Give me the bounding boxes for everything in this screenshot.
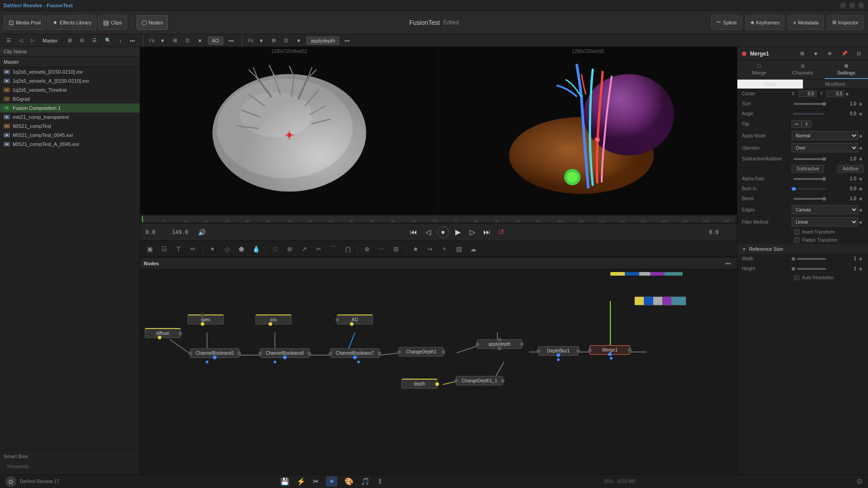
subadditive-slider[interactable]: [793, 158, 824, 160]
node-merge1[interactable]: Merge1: [590, 345, 630, 355]
fit2-options[interactable]: ▼: [256, 37, 266, 44]
node-applydepth[interactable]: applydepth: [477, 339, 522, 349]
view-list-2[interactable]: ☰: [90, 37, 99, 44]
nodes-more[interactable]: •••: [722, 260, 733, 267]
node-depthblur1[interactable]: DepthBlur1: [538, 346, 579, 356]
flip-v-button[interactable]: ⇕: [802, 120, 811, 128]
media-pool-button[interactable]: ⊡ Media Pool: [4, 15, 46, 30]
size-animate[interactable]: ◈: [858, 100, 863, 107]
view-opts-1[interactable]: ⊞: [170, 37, 180, 44]
goto-end-button[interactable]: ⏭: [481, 227, 492, 238]
edit-bottom-icon[interactable]: ✂: [313, 477, 319, 486]
edges-animate[interactable]: ◈: [858, 206, 863, 213]
node-spec[interactable]: spec: [188, 314, 224, 324]
fusion-bottom-icon[interactable]: ✦: [326, 476, 337, 487]
goto-start-button[interactable]: ⏮: [408, 227, 419, 238]
additive-button[interactable]: Additive: [837, 165, 863, 173]
curve-tool[interactable]: ⌒: [327, 243, 339, 255]
more-options-left[interactable]: •••: [127, 37, 138, 44]
node-ao[interactable]: AO: [337, 314, 373, 324]
viewer2-opts-1[interactable]: ⊞: [269, 37, 278, 44]
node-sss[interactable]: sss: [255, 314, 292, 324]
keyframes-button[interactable]: ◈ Keyframes: [745, 15, 785, 30]
filter-method-animate[interactable]: ◈: [858, 219, 863, 225]
view-list-1[interactable]: ⊞: [65, 37, 75, 44]
clips-button[interactable]: ▤ Clips: [98, 15, 127, 30]
burn-in-slider[interactable]: [798, 188, 826, 190]
reference-size-header[interactable]: ▼ Reference Size: [737, 244, 868, 254]
viewer2-more[interactable]: •••: [342, 37, 353, 44]
star-tool[interactable]: ★: [410, 243, 421, 255]
cloud-tool[interactable]: ☁: [467, 243, 479, 255]
list-item[interactable]: □ BGgrad: [0, 94, 140, 103]
nodes-canvas[interactable]: diffuse spec sss AO: [140, 269, 737, 392]
list-item[interactable]: ▶ mis21_comp_transparent: [0, 113, 140, 122]
node-channelbooleans7[interactable]: ChannelBooleans7: [330, 348, 380, 358]
pen-tool[interactable]: ✏: [187, 243, 199, 255]
filter-method-select[interactable]: Linear Nearest Bicubic: [792, 217, 858, 226]
list-item[interactable]: ▶ MIS21_compTest_0045.exr: [0, 131, 140, 140]
mask-tool[interactable]: ▣: [144, 243, 156, 255]
inspector-copy-btn[interactable]: ⊡: [854, 50, 863, 57]
viewer-more[interactable]: •••: [226, 37, 237, 44]
move-tool[interactable]: ⊕: [284, 243, 296, 255]
particle-tool[interactable]: ⋯: [376, 243, 387, 255]
paint-tool[interactable]: ☷: [158, 243, 170, 255]
effects-bottom-icon[interactable]: ⚡: [297, 477, 306, 486]
audio-bottom-icon[interactable]: 🎵: [361, 477, 370, 486]
stop-button[interactable]: ■: [437, 226, 449, 238]
viewer1-controls[interactable]: ▼: [195, 37, 205, 44]
alpha-gain-animate[interactable]: ◈: [858, 175, 863, 182]
tab-merge[interactable]: ⬡ Merge: [737, 61, 781, 79]
nav-back[interactable]: ◁: [16, 37, 25, 44]
view-grid[interactable]: ⊟: [77, 37, 87, 44]
node-channelbooleans6[interactable]: ChannelBooleans6: [260, 348, 310, 358]
center-y-input[interactable]: [826, 90, 844, 97]
list-item[interactable]: ≡≡ MIS21_compTest: [0, 122, 140, 131]
inspector-pin-btn[interactable]: 📌: [839, 50, 850, 57]
subtractive-button[interactable]: Subtractive: [792, 165, 824, 173]
color-tool[interactable]: 💧: [250, 243, 262, 255]
rect-tool[interactable]: □: [269, 243, 281, 255]
minimize-button[interactable]: —: [840, 2, 846, 9]
tab-settings[interactable]: ⚙ Settings: [825, 61, 868, 79]
inspector-down-btn[interactable]: ▼: [811, 50, 821, 57]
node-changedepth1-1[interactable]: ChangeDepth1_1: [456, 376, 503, 385]
step-forward-button[interactable]: ▷: [467, 227, 478, 238]
apply-mode-animate[interactable]: ◈: [858, 132, 863, 139]
fit-options[interactable]: ▼: [157, 37, 168, 44]
auto-resolution-checkbox[interactable]: [794, 275, 799, 280]
width-animate[interactable]: ◈: [858, 255, 863, 262]
select-tool[interactable]: ↗: [298, 243, 310, 255]
inspector-type-btn[interactable]: ⊞: [797, 50, 807, 57]
color-bottom-icon[interactable]: 🎨: [344, 477, 354, 486]
search-button[interactable]: 🔍: [102, 37, 114, 44]
center-x-input[interactable]: [798, 90, 816, 97]
flip-h-button[interactable]: ⇔: [792, 120, 802, 128]
media-storage-icon[interactable]: 💾: [280, 477, 289, 486]
blend-animate[interactable]: ◈: [858, 195, 863, 202]
node-depth[interactable]: depth: [401, 379, 438, 389]
delivery-bottom-icon[interactable]: ⬆: [377, 477, 383, 486]
flatten-transform-checkbox[interactable]: [794, 238, 799, 243]
close-button[interactable]: ✕: [858, 2, 864, 9]
apply-mode-select[interactable]: Normal Screen Multiply: [792, 131, 858, 140]
spline-button[interactable]: 〜 Spline: [711, 15, 742, 30]
list-item[interactable]: ▶ 1q2s5_vessels_A_[0150-0210].exr: [0, 76, 140, 85]
inspector-eye-btn[interactable]: 👁: [825, 50, 835, 57]
nodes-button[interactable]: ⬡ Nodes: [137, 15, 168, 30]
inspector-button[interactable]: ⊞ Inspector: [827, 15, 863, 30]
invert-transform-checkbox[interactable]: [794, 230, 799, 235]
trim-tool[interactable]: ✂: [313, 243, 325, 255]
metadata-button[interactable]: ≡ Metadata: [788, 15, 823, 30]
text-tool[interactable]: T: [173, 243, 184, 255]
width-slider[interactable]: [797, 258, 826, 260]
height-animate[interactable]: ◈: [858, 265, 863, 272]
maximize-button[interactable]: □: [849, 2, 855, 9]
tracker-tool[interactable]: ⊕: [361, 243, 373, 255]
alpha-gain-slider[interactable]: [793, 178, 824, 180]
list-item[interactable]: ≡ 1q2s5_vessels_Timeline: [0, 85, 140, 94]
polygon-tool[interactable]: ◇: [221, 243, 233, 255]
sidebar-toggle[interactable]: ☰: [4, 37, 14, 44]
arrow-tool[interactable]: ↪: [424, 243, 436, 255]
